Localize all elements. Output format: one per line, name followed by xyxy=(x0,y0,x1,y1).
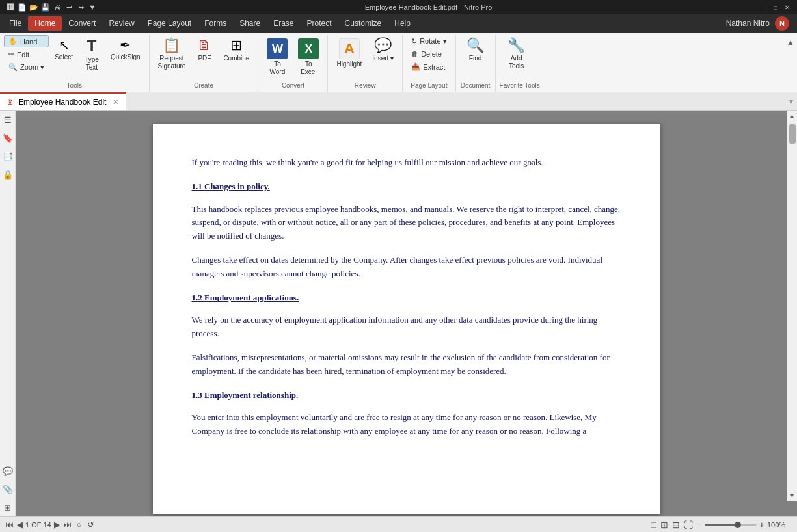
doc-tab-employee-handbook[interactable]: 🗎 Employee Handbook Edit ✕ xyxy=(0,92,126,110)
page-navigation: ⏮ ◀ 1 OF 14 ▶ ⏭ xyxy=(5,520,72,529)
menu-share[interactable]: Share xyxy=(233,16,267,31)
rotate-view-button[interactable]: ↺ xyxy=(87,520,94,529)
convert-group-label: Convert xyxy=(262,81,323,92)
scroll-up-button[interactable]: ▲ xyxy=(787,111,797,122)
menu-customize[interactable]: Customize xyxy=(338,16,388,31)
hand-button[interactable]: ✋ Hand xyxy=(4,35,49,47)
to-word-button[interactable]: W ToWord xyxy=(262,35,292,79)
title-bar: 🅿 📄 📂 💾 🖨 ↩ ↪ ▼ Employee Handbook Edit.p… xyxy=(0,0,797,14)
zoom-button[interactable]: 🔍 Zoom ▾ xyxy=(4,61,49,73)
quicksign-button[interactable]: ✒ QuickSign xyxy=(106,35,145,64)
zoom-slider[interactable] xyxy=(705,524,757,526)
highlight-icon: A xyxy=(344,40,355,57)
vertical-scrollbar[interactable]: ▲ ▼ xyxy=(787,111,797,501)
save-icon[interactable]: 💾 xyxy=(40,2,51,12)
double-page-view-button[interactable]: ⊞ xyxy=(660,520,668,530)
close-button[interactable]: ✕ xyxy=(783,3,792,12)
page-indicator: 1 OF 14 xyxy=(25,521,51,529)
to-excel-button[interactable]: X ToExcel xyxy=(293,35,323,79)
ribbon-group-review: A Highlight 💬 Insert ▾ Review xyxy=(328,35,403,92)
pdf-scroll-area[interactable]: If you're reading this, we think you're … xyxy=(16,111,797,516)
rotate-icon: ↻ xyxy=(411,37,417,46)
tab-label: Employee Handbook Edit xyxy=(18,98,106,107)
para-1-3a: You enter into this employment voluntari… xyxy=(192,411,621,438)
zoom-in-button[interactable]: + xyxy=(759,520,764,530)
redo-icon[interactable]: ↪ xyxy=(75,2,86,12)
print-icon[interactable]: 🖨 xyxy=(52,2,62,12)
single-page-view-button[interactable]: □ xyxy=(651,520,656,530)
rotate-button[interactable]: ↻ Rotate ▾ xyxy=(407,35,451,47)
combine-button[interactable]: ⊞ Combine xyxy=(219,35,254,66)
find-icon: 🔍 xyxy=(466,38,484,53)
menu-bar: File Home Convert Review Page Layout For… xyxy=(0,14,797,33)
sidebar-layers-icon[interactable]: ⊞ xyxy=(1,501,14,514)
window-controls[interactable]: — □ ✕ xyxy=(759,3,792,12)
word-icon: W xyxy=(272,42,283,56)
sidebar-attach-icon[interactable]: 📎 xyxy=(1,483,14,496)
ribbon-group-convert-items: W ToWord X ToExcel xyxy=(262,35,323,81)
zoom-icon: 🔍 xyxy=(8,63,18,72)
sidebar-comment-icon[interactable]: 💬 xyxy=(1,464,14,477)
find-button[interactable]: 🔍 Find xyxy=(460,35,491,66)
full-screen-button[interactable]: ⛶ xyxy=(684,520,693,530)
add-tools-button[interactable]: 🔧 AddTools xyxy=(500,35,534,73)
new-icon[interactable]: 📄 xyxy=(17,2,27,12)
menu-erase[interactable]: Erase xyxy=(267,16,300,31)
last-page-button[interactable]: ⏭ xyxy=(63,520,72,529)
review-group-label: Review xyxy=(332,81,398,92)
undo-icon[interactable]: ↩ xyxy=(64,2,74,12)
ribbon-collapse-button[interactable]: ▲ xyxy=(784,35,797,92)
insert-button[interactable]: 💬 Insert ▾ xyxy=(368,35,398,66)
customize-icon[interactable]: ▼ xyxy=(87,2,98,12)
scroll-thumb[interactable] xyxy=(789,124,796,144)
sidebar-nav-icon[interactable]: ☰ xyxy=(1,113,14,126)
menu-protect[interactable]: Protect xyxy=(301,16,338,31)
ribbon-group-create-items: 📋 RequestSignature 🗎 PDF ⊞ Combine xyxy=(154,35,254,81)
highlight-button[interactable]: A Highlight xyxy=(332,35,366,72)
extract-button[interactable]: 📤 Extract xyxy=(407,60,451,73)
para-1-2a: We rely on the accuracy of employment ap… xyxy=(192,313,621,341)
edit-button[interactable]: ✏ Edit xyxy=(4,48,49,60)
combine-icon: ⊞ xyxy=(230,38,242,53)
zoom-out-button[interactable]: − xyxy=(697,520,702,530)
quick-access-toolbar: 🅿 📄 📂 💾 🖨 ↩ ↪ ▼ xyxy=(5,2,98,12)
pdf-button[interactable]: 🗎 PDF xyxy=(191,35,217,66)
tabs-right-controls[interactable]: ▾ xyxy=(789,97,797,106)
ribbon-group-document: 🔍 Find Document xyxy=(456,35,496,92)
sidebar-pages-icon[interactable]: 📑 xyxy=(1,150,14,163)
request-signature-button[interactable]: 📋 RequestSignature xyxy=(154,35,191,73)
app-logo-icon: 🅿 xyxy=(5,2,16,12)
status-right: □ ⊞ ⊟ ⛶ − + 100% xyxy=(651,520,792,530)
menu-file[interactable]: File xyxy=(3,16,28,31)
first-page-button[interactable]: ⏮ xyxy=(5,520,14,529)
ribbon-group-convert: W ToWord X ToExcel Convert xyxy=(258,35,328,92)
open-icon[interactable]: 📂 xyxy=(29,2,39,12)
next-page-button[interactable]: ▶ xyxy=(54,520,61,529)
select-icon: ↖ xyxy=(59,38,70,51)
continuous-view-button[interactable]: ⊟ xyxy=(672,520,680,530)
menu-help[interactable]: Help xyxy=(388,16,417,31)
zoom-slider-thumb[interactable] xyxy=(735,522,741,528)
minimize-button[interactable]: — xyxy=(759,3,768,12)
tab-pdf-icon: 🗎 xyxy=(7,98,14,107)
menu-home[interactable]: Home xyxy=(28,16,62,31)
window-title: Employee Handbook Edit.pdf - Nitro Pro xyxy=(98,3,759,11)
menu-forms[interactable]: Forms xyxy=(198,16,233,31)
scroll-down-button[interactable]: ▼ xyxy=(787,490,797,501)
select-button[interactable]: ↖ Select xyxy=(50,35,77,64)
prev-page-button[interactable]: ◀ xyxy=(16,520,23,529)
fit-page-button[interactable]: ○ xyxy=(77,520,82,529)
sidebar-bookmark-icon[interactable]: 🔖 xyxy=(1,131,14,144)
type-text-button[interactable]: T TypeText xyxy=(79,35,105,75)
menu-review[interactable]: Review xyxy=(102,16,141,31)
insert-icon: 💬 xyxy=(374,38,392,53)
sidebar-lock-icon[interactable]: 🔒 xyxy=(1,168,14,181)
menu-page-layout[interactable]: Page Layout xyxy=(141,16,198,31)
menu-convert[interactable]: Convert xyxy=(62,16,102,31)
quicksign-icon: ✒ xyxy=(120,38,131,51)
maximize-button[interactable]: □ xyxy=(771,3,780,12)
tab-close-button[interactable]: ✕ xyxy=(113,98,119,107)
type-text-icon: T xyxy=(87,38,97,54)
delete-button[interactable]: 🗑 Delete xyxy=(407,48,451,60)
pdf-page: If you're reading this, we think you're … xyxy=(153,124,660,514)
